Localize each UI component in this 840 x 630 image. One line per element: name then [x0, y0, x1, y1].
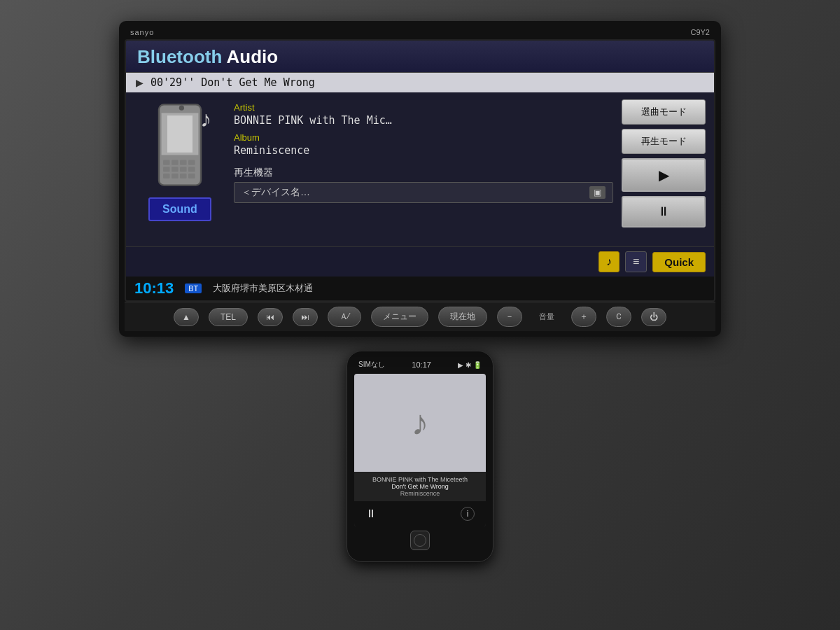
- play-button[interactable]: ▶: [622, 158, 706, 192]
- iphone-home-circle: [414, 534, 426, 547]
- device-input[interactable]: ＜デバイス名… ▣: [234, 182, 613, 203]
- iphone-controls: ⏸ i: [354, 501, 486, 526]
- phone-icon: [152, 103, 208, 187]
- power-button[interactable]: ⏻: [641, 308, 666, 326]
- artist-value: BONNIE PINK with The Mic…: [234, 114, 613, 127]
- svg-rect-4: [172, 160, 178, 165]
- music-note-icon: ♪: [200, 106, 211, 132]
- iphone-screen: ♪ BONNIE PINK with The Miceteeth Don't G…: [354, 374, 486, 526]
- iphone: SIMなし 10:17 ▶ ✱ 🔋 ♪ BONNIE PINK with The…: [346, 351, 493, 562]
- svg-rect-8: [180, 167, 187, 172]
- menu-button[interactable]: メニュー: [371, 307, 428, 327]
- svg-rect-10: [172, 174, 178, 178]
- now-playing-text: 00'29'' Don't Get Me Wrong: [150, 76, 315, 89]
- iphone-sim-status: SIMなし: [358, 360, 385, 370]
- phone-icon-container: ♪: [145, 99, 215, 190]
- iphone-time: 10:17: [412, 360, 431, 369]
- album-row: Album Reminiscence: [234, 132, 613, 157]
- prev-button[interactable]: ⏮: [258, 308, 283, 326]
- iphone-home-button[interactable]: [410, 531, 430, 550]
- iphone-container: SIMなし 10:17 ▶ ✱ 🔋 ♪ BONNIE PINK with The…: [346, 351, 493, 562]
- device-row: 再生機器 ＜デバイス名… ▣: [234, 167, 613, 203]
- tel-button[interactable]: TEL: [209, 308, 248, 326]
- screen-content: Bluetooth Audio ▶ 00'29'' Don't Get Me W…: [126, 41, 714, 300]
- brand-bar: sanyo C9Y2: [125, 27, 715, 39]
- title-bar: Bluetooth Audio: [126, 41, 714, 73]
- vol-minus-button[interactable]: －: [497, 307, 522, 327]
- next-button[interactable]: ⏭: [293, 308, 318, 326]
- device-name-text: ＜デバイス名…: [241, 186, 310, 199]
- bottom-toolbar: ♪ ≡ Quick: [126, 246, 714, 276]
- device-icon: ▣: [589, 186, 606, 199]
- iphone-song: Don't Get Me Wrong: [360, 483, 480, 490]
- vol-label: 音量: [532, 308, 561, 326]
- now-playing-play-icon: ▶: [136, 77, 144, 88]
- eject-button[interactable]: ▲: [174, 308, 199, 326]
- screen: Bluetooth Audio ▶ 00'29'' Don't Get Me W…: [125, 39, 715, 302]
- device-label-jp: 再生機器: [234, 167, 613, 179]
- svg-rect-5: [180, 160, 187, 165]
- pause-button[interactable]: ⏸: [622, 196, 706, 227]
- svg-rect-7: [172, 167, 178, 172]
- cancel-button[interactable]: Ｃ: [606, 307, 631, 327]
- svg-rect-9: [163, 174, 170, 178]
- time-display: 10:13: [134, 279, 174, 298]
- svg-rect-2: [167, 115, 192, 153]
- album-value: Reminiscence: [234, 144, 613, 157]
- brand-label: sanyo: [130, 28, 154, 36]
- current-loc-button[interactable]: 現在地: [438, 307, 487, 327]
- title-bluetooth: Bluetooth: [137, 46, 222, 67]
- album-art-note-icon: ♪: [412, 402, 429, 443]
- car-unit: sanyo C9Y2 Bluetooth Audio ▶ 00'29'' Don…: [119, 21, 721, 337]
- location-text: 大阪府堺市美原区木材通: [213, 282, 313, 295]
- iphone-signal-status: ▶ ✱ 🔋: [458, 361, 482, 369]
- left-panel: ♪ Sound: [134, 99, 225, 239]
- iphone-info-button[interactable]: i: [461, 507, 475, 521]
- status-bar: 10:13 BT 大阪府堺市美原区木材通: [126, 276, 714, 300]
- iphone-status-bar: SIMなし 10:17 ▶ ✱ 🔋: [353, 358, 487, 371]
- title-audio: Audio: [227, 46, 279, 67]
- svg-point-15: [179, 106, 184, 111]
- now-playing-bar: ▶ 00'29'' Don't Get Me Wrong: [126, 73, 714, 92]
- iphone-pause-button[interactable]: ⏸: [365, 507, 377, 520]
- artist-row: Artist BONNIE PINK with The Mic…: [234, 102, 613, 127]
- iphone-song-info: BONNIE PINK with The Miceteeth Don't Get…: [354, 472, 486, 501]
- svg-rect-14: [188, 174, 195, 178]
- svg-rect-11: [180, 174, 187, 178]
- album-art: ♪: [354, 374, 486, 472]
- right-panel: 選曲モード 再生モード ▶ ⏸: [622, 99, 706, 239]
- center-panel: Artist BONNIE PINK with The Mic… Album R…: [234, 99, 613, 239]
- controls-bar: ▲ TEL ⏮ ⏭ Ａ∕ メニュー 現在地 － 音量 ＋ Ｃ ⏻: [125, 302, 715, 331]
- select-mode-button[interactable]: 選曲モード: [622, 99, 706, 125]
- artist-label: Artist: [234, 102, 613, 113]
- svg-rect-3: [163, 160, 170, 165]
- scene: sanyo C9Y2 Bluetooth Audio ▶ 00'29'' Don…: [0, 0, 840, 630]
- play-mode-button[interactable]: 再生モード: [622, 129, 706, 154]
- svg-rect-6: [163, 167, 170, 172]
- model-label: C9Y2: [690, 28, 710, 36]
- iphone-artist: BONNIE PINK with The Miceteeth: [360, 476, 480, 483]
- album-label: Album: [234, 132, 613, 143]
- toolbar-music-button[interactable]: ♪: [598, 251, 620, 272]
- sound-button[interactable]: Sound: [148, 197, 211, 221]
- toolbar-list-button[interactable]: ≡: [625, 251, 647, 272]
- vol-plus-button[interactable]: ＋: [571, 307, 596, 327]
- iphone-album: Reminiscence: [360, 490, 480, 497]
- screen-title: Bluetooth Audio: [137, 46, 278, 67]
- svg-rect-13: [188, 167, 195, 172]
- svg-rect-12: [188, 160, 195, 165]
- av-button[interactable]: Ａ∕: [328, 307, 361, 327]
- quick-button[interactable]: Quick: [652, 252, 706, 272]
- main-area: ♪ Sound Artist BONNIE PINK with The Mic……: [126, 92, 714, 246]
- bt-badge: BT: [185, 284, 202, 293]
